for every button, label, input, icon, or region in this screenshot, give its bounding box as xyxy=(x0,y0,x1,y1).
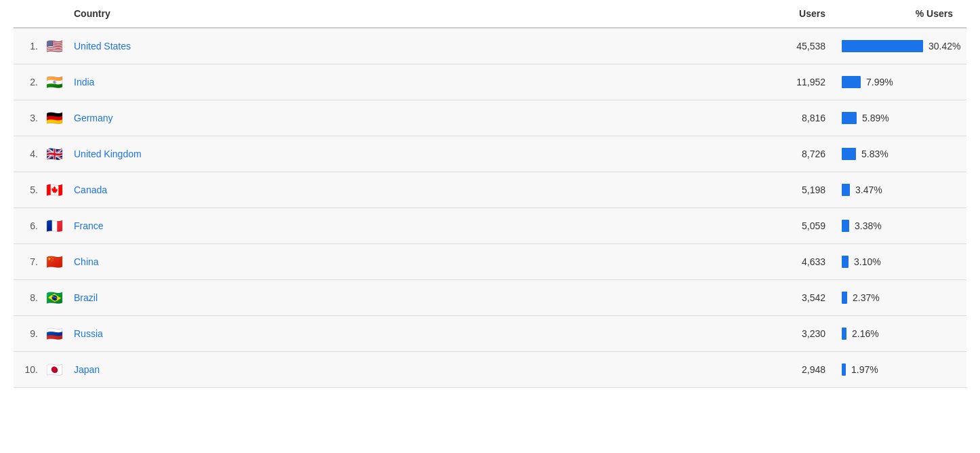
bar-container: 5.83% xyxy=(842,148,961,160)
percent-cell: 30.42% xyxy=(831,28,966,64)
percent-cell: 3.47% xyxy=(831,172,966,208)
users-count: 45,538 xyxy=(763,28,831,64)
percent-bar xyxy=(842,184,850,196)
percent-label: 2.16% xyxy=(852,328,879,339)
country-header: Country xyxy=(68,0,763,28)
percent-users-header: % Users xyxy=(831,0,966,28)
table-row: 7. 🇨🇳 China 4,633 3.10% xyxy=(14,244,966,280)
flag-cell: 🇩🇪 xyxy=(41,100,68,136)
percent-label: 1.97% xyxy=(851,364,878,375)
percent-cell: 5.83% xyxy=(831,136,966,172)
table-header-row: Country Users % Users xyxy=(14,0,966,28)
percent-bar xyxy=(842,112,857,124)
bar-container: 2.37% xyxy=(842,292,961,304)
percent-label: 5.83% xyxy=(861,149,889,159)
percent-label: 30.42% xyxy=(928,41,960,52)
flag-cell: 🇨🇦 xyxy=(41,172,68,208)
users-count: 8,726 xyxy=(763,136,831,172)
bar-container: 3.38% xyxy=(842,220,961,232)
percent-bar xyxy=(842,363,846,376)
bar-container: 3.47% xyxy=(842,184,961,196)
flag-cell: 🇷🇺 xyxy=(41,316,68,352)
rank-cell: 3. xyxy=(14,100,41,136)
table-row: 5. 🇨🇦 Canada 5,198 3.47% xyxy=(14,172,966,208)
table-row: 2. 🇮🇳 India 11,952 7.99% xyxy=(14,64,966,100)
country-name[interactable]: India xyxy=(68,64,763,100)
percent-label: 3.47% xyxy=(855,184,882,195)
bar-container: 30.42% xyxy=(842,40,961,52)
percent-bar xyxy=(842,40,923,52)
table-row: 8. 🇧🇷 Brazil 3,542 2.37% xyxy=(14,280,966,316)
table-row: 4. 🇬🇧 United Kingdom 8,726 5.83% xyxy=(14,136,966,172)
country-name[interactable]: China xyxy=(68,244,763,280)
country-name[interactable]: France xyxy=(68,208,763,244)
country-name[interactable]: Brazil xyxy=(68,280,763,316)
table-row: 9. 🇷🇺 Russia 3,230 2.16% xyxy=(14,316,966,352)
flag-cell: 🇨🇳 xyxy=(41,244,68,280)
percent-cell: 2.16% xyxy=(831,316,966,352)
table-row: 3. 🇩🇪 Germany 8,816 5.89% xyxy=(14,100,966,136)
flag-cell: 🇬🇧 xyxy=(41,136,68,172)
flag-cell: 🇮🇳 xyxy=(41,64,68,100)
percent-bar xyxy=(842,220,849,232)
percent-cell: 5.89% xyxy=(831,100,966,136)
percent-bar xyxy=(842,256,849,268)
percent-label: 3.38% xyxy=(855,220,882,231)
percent-label: 3.10% xyxy=(854,256,881,267)
percent-label: 7.99% xyxy=(866,77,893,87)
country-users-table: Country Users % Users 1. 🇺🇸 United State… xyxy=(14,0,966,388)
rank-cell: 8. xyxy=(14,280,41,316)
bar-container: 3.10% xyxy=(842,256,961,268)
percent-bar xyxy=(842,292,847,304)
percent-bar xyxy=(842,328,846,340)
rank-cell: 5. xyxy=(14,172,41,208)
rank-cell: 6. xyxy=(14,208,41,244)
flag-cell: 🇫🇷 xyxy=(41,208,68,244)
rank-cell: 7. xyxy=(14,244,41,280)
flag-cell: 🇧🇷 xyxy=(41,280,68,316)
country-name[interactable]: Russia xyxy=(68,316,763,352)
flag-cell: 🇯🇵 xyxy=(41,352,68,388)
bar-container: 5.89% xyxy=(842,112,961,124)
rank-cell: 1. xyxy=(14,28,41,64)
users-count: 5,059 xyxy=(763,208,831,244)
rank-cell: 2. xyxy=(14,64,41,100)
percent-label: 2.37% xyxy=(853,292,880,303)
rank-cell: 9. xyxy=(14,316,41,352)
table-container: Country Users % Users 1. 🇺🇸 United State… xyxy=(0,0,980,388)
users-count: 5,198 xyxy=(763,172,831,208)
percent-bar xyxy=(842,148,856,160)
flag-header xyxy=(41,0,68,28)
users-count: 11,952 xyxy=(763,64,831,100)
percent-label: 5.89% xyxy=(862,113,889,123)
percent-cell: 1.97% xyxy=(831,352,966,388)
users-count: 2,948 xyxy=(763,352,831,388)
country-name[interactable]: United Kingdom xyxy=(68,136,763,172)
users-count: 3,542 xyxy=(763,280,831,316)
country-name[interactable]: Germany xyxy=(68,100,763,136)
percent-cell: 3.10% xyxy=(831,244,966,280)
country-name[interactable]: Japan xyxy=(68,352,763,388)
rank-cell: 10. xyxy=(14,352,41,388)
percent-bar xyxy=(842,76,861,88)
users-count: 8,816 xyxy=(763,100,831,136)
users-header: Users xyxy=(763,0,831,28)
rank-cell: 4. xyxy=(14,136,41,172)
bar-container: 1.97% xyxy=(842,363,961,376)
percent-cell: 3.38% xyxy=(831,208,966,244)
percent-cell: 2.37% xyxy=(831,280,966,316)
country-name[interactable]: Canada xyxy=(68,172,763,208)
bar-container: 7.99% xyxy=(842,76,961,88)
percent-cell: 7.99% xyxy=(831,64,966,100)
table-row: 10. 🇯🇵 Japan 2,948 1.97% xyxy=(14,352,966,388)
country-name[interactable]: United States xyxy=(68,28,763,64)
rank-header xyxy=(14,0,41,28)
flag-cell: 🇺🇸 xyxy=(41,28,68,64)
users-count: 3,230 xyxy=(763,316,831,352)
table-row: 1. 🇺🇸 United States 45,538 30.42% xyxy=(14,28,966,64)
table-row: 6. 🇫🇷 France 5,059 3.38% xyxy=(14,208,966,244)
users-count: 4,633 xyxy=(763,244,831,280)
bar-container: 2.16% xyxy=(842,328,961,340)
